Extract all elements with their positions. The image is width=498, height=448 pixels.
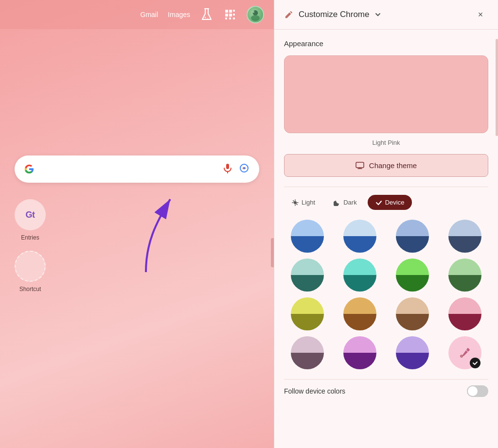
panel-header: Customize Chrome × (274, 0, 498, 30)
chrome-background: Gmail Images (0, 0, 274, 448)
svg-rect-8 (225, 17, 227, 19)
color-option-15[interactable] (389, 336, 436, 369)
apps-grid-icon[interactable] (223, 8, 237, 21)
color-circle-13 (291, 336, 324, 369)
svg-rect-14 (226, 164, 229, 169)
svg-rect-3 (229, 10, 232, 13)
device-mode-button[interactable]: Device (368, 195, 412, 210)
color-option-10[interactable] (337, 297, 383, 330)
top-navigation-bar: Gmail Images (0, 0, 274, 29)
custom-picker-badge (470, 358, 480, 368)
color-option-12[interactable] (442, 297, 488, 330)
close-button[interactable]: × (473, 7, 488, 22)
customize-chrome-panel: Customize Chrome × Appearance Light Pink (274, 0, 498, 448)
color-circle-5 (291, 258, 324, 292)
color-circle-10 (343, 297, 376, 330)
color-option-8[interactable] (442, 258, 488, 292)
svg-rect-19 (356, 162, 364, 168)
color-circle-2 (343, 220, 376, 253)
panel-header-left: Customize Chrome (284, 10, 381, 19)
color-grid (284, 220, 488, 369)
gmail-link[interactable]: Gmail (141, 11, 159, 18)
svg-point-13 (253, 11, 255, 13)
dropdown-chevron-icon (374, 11, 381, 18)
color-circle-7 (396, 258, 429, 292)
color-option-5[interactable] (284, 258, 331, 292)
color-circle-15 (396, 336, 429, 369)
change-theme-button[interactable]: Change theme (284, 154, 488, 177)
user-avatar[interactable] (247, 6, 264, 23)
color-option-13[interactable] (284, 336, 331, 369)
add-shortcut-item[interactable]: Shortcut (15, 251, 46, 293)
search-bar[interactable] (15, 155, 259, 183)
color-circle-8 (448, 258, 481, 292)
dark-mode-button[interactable]: Dark (326, 195, 364, 210)
appearance-section: Appearance Light Pink Change theme (284, 39, 488, 177)
monitor-icon (356, 162, 364, 170)
svg-rect-10 (233, 17, 235, 19)
color-option-4[interactable] (442, 220, 488, 253)
color-circle-6 (343, 258, 376, 292)
svg-line-25 (293, 200, 294, 201)
google-logo (24, 164, 34, 174)
svg-point-17 (243, 167, 245, 169)
color-circle-4 (448, 220, 481, 253)
annotation-arrow (107, 185, 195, 282)
customize-icon (284, 10, 294, 19)
color-option-6[interactable] (337, 258, 383, 292)
color-option-14[interactable] (337, 336, 383, 369)
color-option-11[interactable] (389, 297, 436, 330)
panel-dropdown-button[interactable] (374, 11, 381, 18)
color-option-9[interactable] (284, 297, 331, 330)
shortcut-label: Entries (21, 234, 39, 241)
color-circle-11 (396, 297, 429, 330)
images-link[interactable]: Images (168, 11, 190, 18)
light-mode-button[interactable]: Light (284, 195, 323, 210)
shortcut-item[interactable]: Gt Entries (15, 199, 46, 241)
shortcut-circle: Gt (15, 199, 46, 230)
labs-icon[interactable] (200, 8, 213, 21)
color-option-1[interactable] (284, 220, 331, 253)
check-icon (375, 199, 382, 206)
color-circle-12 (448, 297, 481, 330)
sun-icon (292, 199, 299, 206)
checkmark-badge-icon (472, 360, 478, 366)
color-option-3[interactable] (389, 220, 436, 253)
color-option-2[interactable] (337, 220, 383, 253)
svg-rect-5 (225, 14, 228, 17)
custom-color-option[interactable] (442, 336, 488, 369)
svg-rect-2 (225, 10, 228, 13)
color-circle-3 (396, 220, 429, 253)
moon-icon (334, 199, 340, 206)
svg-point-0 (205, 17, 206, 18)
color-circle-1 (291, 220, 324, 253)
mode-toggle: Light Dark Device (284, 195, 488, 210)
theme-name-label: Light Pink (284, 139, 488, 146)
color-circle-9 (291, 297, 324, 330)
color-circle-14 (343, 336, 376, 369)
svg-rect-7 (233, 14, 235, 16)
svg-point-11 (253, 10, 258, 16)
eyedropper-icon (458, 346, 472, 360)
follow-device-row: Follow device colors (284, 379, 488, 403)
svg-rect-4 (233, 10, 235, 12)
section-divider (284, 187, 488, 187)
follow-device-toggle[interactable] (467, 385, 488, 397)
color-option-7[interactable] (389, 258, 436, 292)
svg-point-12 (251, 15, 260, 21)
svg-line-26 (297, 204, 297, 204)
follow-device-label: Follow device colors (284, 387, 345, 395)
theme-preview (284, 55, 488, 133)
shortcuts-area: Gt Entries Shortcut (15, 199, 46, 293)
custom-color-circle (448, 336, 481, 369)
svg-point-1 (207, 18, 208, 19)
svg-rect-9 (229, 17, 231, 19)
mic-icon[interactable] (222, 163, 233, 175)
scroll-indicator (496, 39, 498, 136)
panel-title: Customize Chrome (299, 10, 370, 19)
appearance-section-title: Appearance (284, 39, 488, 48)
lens-icon[interactable] (239, 163, 249, 175)
svg-rect-6 (229, 14, 232, 17)
toggle-knob (468, 386, 478, 396)
svg-point-20 (294, 201, 297, 204)
